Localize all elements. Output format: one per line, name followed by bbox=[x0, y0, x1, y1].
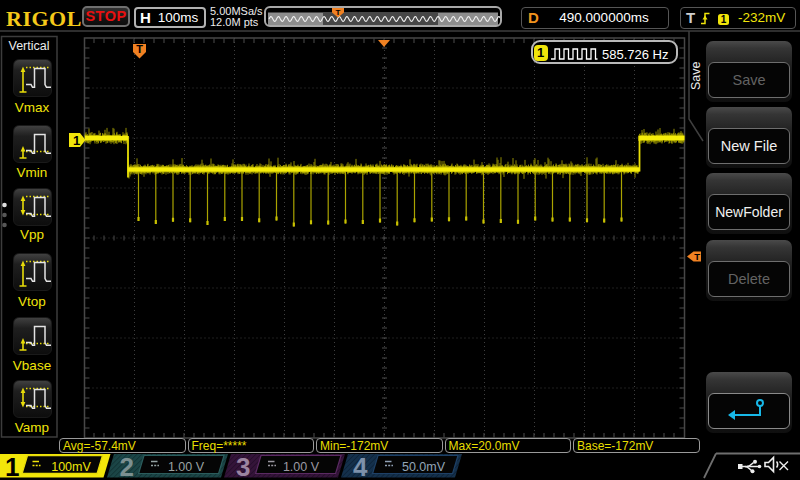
svg-text:1: 1 bbox=[5, 452, 19, 480]
svg-text:1: 1 bbox=[73, 133, 80, 148]
svg-text:1.00 V: 1.00 V bbox=[283, 460, 320, 474]
svg-text:T: T bbox=[136, 43, 143, 55]
svg-text:4: 4 bbox=[353, 452, 368, 480]
svg-text:3: 3 bbox=[236, 452, 250, 480]
svg-text:Save: Save bbox=[689, 61, 703, 90]
svg-text:1.00 V: 1.00 V bbox=[168, 460, 205, 474]
svg-text:2: 2 bbox=[120, 452, 134, 480]
svg-text:50.0mV: 50.0mV bbox=[402, 460, 446, 474]
svg-text:T: T bbox=[694, 251, 700, 262]
svg-text:100mV: 100mV bbox=[51, 460, 91, 474]
